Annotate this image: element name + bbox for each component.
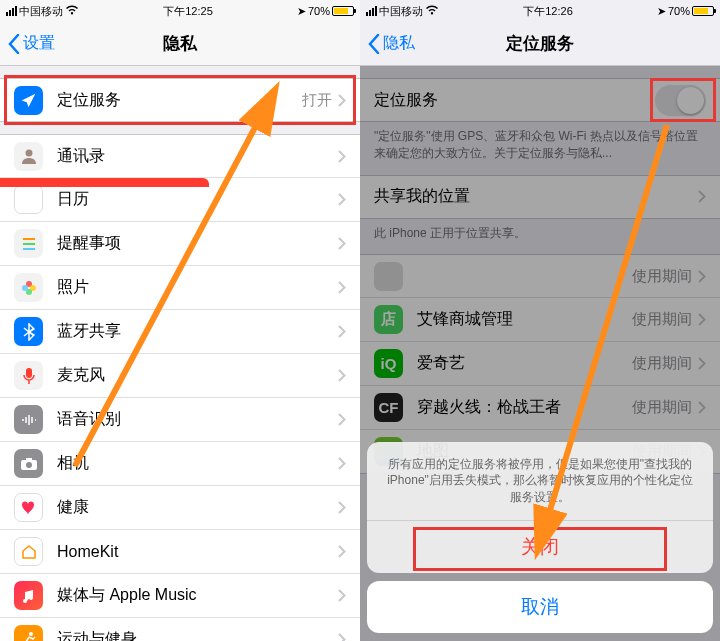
back-label: 隐私 [383, 33, 415, 54]
bluetooth-icon [14, 317, 43, 346]
photos-icon [14, 273, 43, 302]
svg-rect-11 [26, 458, 32, 461]
location-status-icon: ➤ [657, 5, 666, 18]
row-status: 使用期间 [632, 267, 692, 286]
location-icon [14, 86, 43, 115]
row-label: 定位服务 [374, 90, 655, 111]
svg-rect-8 [26, 368, 32, 378]
location-toggle[interactable] [655, 85, 706, 116]
chevron-icon [698, 401, 706, 414]
row-bluetooth[interactable]: 蓝牙共享 [0, 310, 360, 354]
row-label: 照片 [57, 277, 338, 298]
signal-icon [366, 6, 377, 16]
row-label: 共享我的位置 [374, 186, 698, 207]
svg-point-0 [25, 150, 32, 157]
app-icon: 店 [374, 305, 403, 334]
row-speech[interactable]: 语音识别 [0, 398, 360, 442]
back-button[interactable]: 设置 [8, 33, 55, 54]
location-desc: "定位服务"使用 GPS、蓝牙和众包 Wi-Fi 热点以及信号塔位置来确定您的大… [360, 122, 720, 163]
back-label: 设置 [23, 33, 55, 54]
row-app-0[interactable]: 使用期间 [360, 254, 720, 298]
location-status-icon: ➤ [297, 5, 306, 18]
row-share-location[interactable]: 共享我的位置 [360, 175, 720, 219]
row-contacts[interactable]: 通讯录 [0, 134, 360, 178]
row-status: 使用期间 [632, 354, 692, 373]
row-label: 麦克风 [57, 365, 338, 386]
row-label: 语音识别 [57, 409, 338, 430]
row-location-toggle[interactable]: 定位服务 [360, 78, 720, 122]
row-health[interactable]: 健康 [0, 486, 360, 530]
chevron-icon [338, 457, 346, 470]
homekit-icon [14, 537, 43, 566]
row-label: 相机 [57, 453, 338, 474]
row-calendar[interactable]: 日历 [0, 178, 360, 222]
chevron-icon [338, 193, 346, 206]
time: 下午12:26 [523, 4, 573, 19]
row-label: 提醒事项 [57, 233, 338, 254]
row-reminders[interactable]: 提醒事项 [0, 222, 360, 266]
chevron-icon [338, 281, 346, 294]
time: 下午12:25 [163, 4, 213, 19]
contacts-icon [14, 142, 43, 171]
row-label: 日历 [57, 189, 338, 210]
row-photos[interactable]: 照片 [0, 266, 360, 310]
row-status: 使用期间 [632, 310, 692, 329]
share-note: 此 iPhone 正用于位置共享。 [360, 219, 720, 242]
status-bar: 中国移动 下午12:26 ➤ 70% [360, 0, 720, 22]
svg-point-7 [22, 285, 28, 291]
battery-pct: 70% [308, 5, 330, 17]
wifi-icon [425, 5, 439, 17]
row-label: 穿越火线：枪战王者 [417, 397, 632, 418]
row-status: 使用期间 [632, 398, 692, 417]
row-label: 蓝牙共享 [57, 321, 338, 342]
chevron-icon [338, 413, 346, 426]
chevron-icon [338, 633, 346, 641]
row-camera[interactable]: 相机 [0, 442, 360, 486]
svg-point-12 [29, 632, 33, 636]
app-icon: CF [374, 393, 403, 422]
row-label: 媒体与 Apple Music [57, 585, 338, 606]
chevron-icon [338, 94, 346, 107]
chevron-icon [338, 545, 346, 558]
row-label: HomeKit [57, 543, 338, 561]
carrier: 中国移动 [19, 4, 63, 19]
sheet-cancel-button[interactable]: 取消 [367, 581, 713, 633]
chevron-icon [698, 357, 706, 370]
camera-icon [14, 449, 43, 478]
page-title: 隐私 [163, 32, 197, 55]
row-detail: 打开 [302, 91, 332, 110]
battery-icon [332, 6, 354, 16]
chevron-icon [338, 589, 346, 602]
row-app-2[interactable]: iQ 爱奇艺 使用期间 [360, 342, 720, 386]
app-icon: iQ [374, 349, 403, 378]
row-label: 运动与健身 [57, 629, 338, 641]
chevron-icon [698, 270, 706, 283]
page-title: 定位服务 [506, 32, 574, 55]
chevron-icon [338, 150, 346, 163]
motion-icon [14, 625, 43, 641]
row-label: 爱奇艺 [417, 353, 632, 374]
chevron-icon [338, 369, 346, 382]
row-app-3[interactable]: CF 穿越火线：枪战王者 使用期间 [360, 386, 720, 430]
music-icon [14, 581, 43, 610]
row-label: 通讯录 [57, 146, 338, 167]
row-location-services[interactable]: 定位服务 打开 [0, 78, 360, 122]
row-homekit[interactable]: HomeKit [0, 530, 360, 574]
row-app-1[interactable]: 店 艾锋商城管理 使用期间 [360, 298, 720, 342]
carrier: 中国移动 [379, 4, 423, 19]
row-motion[interactable]: 运动与健身 [0, 618, 360, 641]
nav-bar: 设置 隐私 [0, 22, 360, 66]
svg-point-10 [26, 462, 32, 468]
calendar-icon [14, 185, 43, 214]
speech-icon [14, 405, 43, 434]
sheet-close-button[interactable]: 关闭 [367, 521, 713, 573]
chevron-icon [338, 237, 346, 250]
signal-icon [6, 6, 17, 16]
action-sheet: 所有应用的定位服务将被停用，但是如果您使用"查找我的 iPhone"启用丢失模式… [367, 442, 713, 641]
chevron-icon [698, 313, 706, 326]
row-media[interactable]: 媒体与 Apple Music [0, 574, 360, 618]
row-microphone[interactable]: 麦克风 [0, 354, 360, 398]
back-button[interactable]: 隐私 [368, 33, 415, 54]
app-icon [374, 262, 403, 291]
chevron-icon [698, 190, 706, 203]
